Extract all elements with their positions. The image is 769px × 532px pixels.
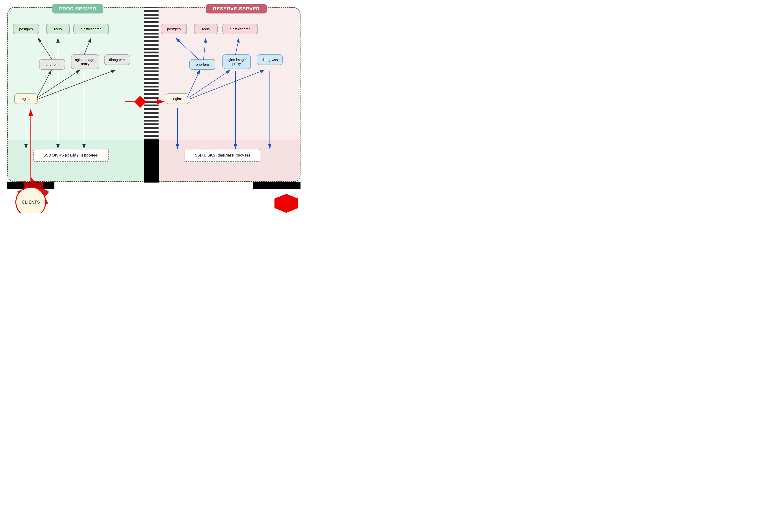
prod-nginx-image-proxy: nginx-image-proxy: [71, 54, 99, 69]
res-postgres: postgres: [161, 24, 187, 34]
diagram-container: PROD-SERVER RESERVE-SERVER SSD DISKS (фа…: [0, 0, 307, 213]
red-bottom-right: [274, 194, 298, 213]
prod-postgres: postgres: [13, 24, 39, 34]
res-redis: redis: [194, 24, 218, 34]
reserve-server-label: RESERVE-SERVER: [206, 4, 267, 13]
prod-server-label: PROD-SERVER: [52, 4, 103, 13]
clients-label: CLIENTS: [22, 200, 40, 205]
prod-nginx: nginx: [14, 93, 38, 104]
black-block-right: [253, 182, 300, 189]
res-phpfpm: php-fpm: [189, 59, 215, 70]
center-bottom-black: [144, 140, 159, 183]
prod-phpfpm: php-fpm: [39, 59, 65, 70]
prod-elasticsearch: elasticsearch: [73, 24, 109, 34]
res-nginx-image-proxy: nginx-image-proxy: [222, 54, 251, 69]
ssd-reserve-box: SSD DISKS (файлы и прочее): [184, 149, 260, 162]
prod-redis: redis: [46, 24, 70, 34]
ssd-prod-box: SSD DISKS (файлы и прочее): [33, 149, 109, 162]
prod-dlang-wss: dlang-wss: [104, 54, 130, 65]
res-dlang-wss: dlang-wss: [257, 54, 283, 65]
res-nginx: nginx: [166, 93, 189, 104]
res-elasticsearch: elasticsearch: [222, 24, 258, 34]
